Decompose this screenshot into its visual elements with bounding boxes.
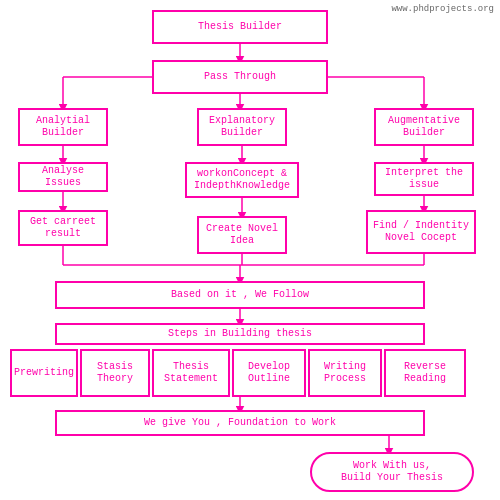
explanatory-builder-label: ExplanatoryBuilder (209, 115, 275, 139)
reverse-reading-label: ReverseReading (404, 361, 446, 385)
thesis-statement-box: ThesisStatement (152, 349, 230, 397)
interpret-issue-box: Interpret theissue (374, 162, 474, 196)
workon-concept-box: workonConcept &IndepthKnowledge (185, 162, 299, 198)
augmentative-builder-label: AugmentativeBuilder (388, 115, 460, 139)
work-with-us-label: Work With us,Build Your Thesis (341, 460, 443, 484)
writing-process-label: WritingProcess (324, 361, 366, 385)
reverse-reading-box: ReverseReading (384, 349, 466, 397)
thesis-builder-box: Thesis Builder (152, 10, 328, 44)
develop-outline-box: DevelopOutline (232, 349, 306, 397)
augmentative-builder-box: AugmentativeBuilder (374, 108, 474, 146)
pass-through-label: Pass Through (204, 71, 276, 83)
create-novel-label: Create NovelIdea (206, 223, 278, 247)
create-novel-box: Create NovelIdea (197, 216, 287, 254)
analytical-builder-label: AnalytialBuilder (36, 115, 90, 139)
stasis-theory-box: StasisTheory (80, 349, 150, 397)
find-indentity-label: Find / IndentityNovel Cocept (373, 220, 469, 244)
get-carreet-label: Get carreetresult (30, 216, 96, 240)
analytical-builder-box: AnalytialBuilder (18, 108, 108, 146)
foundation-box: We give You , Foundation to Work (55, 410, 425, 436)
steps-building-box: Steps in Building thesis (55, 323, 425, 345)
explanatory-builder-box: ExplanatoryBuilder (197, 108, 287, 146)
analyse-issues-label: Analyse Issues (22, 165, 104, 189)
interpret-issue-label: Interpret theissue (385, 167, 463, 191)
work-with-us-box: Work With us,Build Your Thesis (310, 452, 474, 492)
foundation-label: We give You , Foundation to Work (144, 417, 336, 429)
pass-through-box: Pass Through (152, 60, 328, 94)
thesis-statement-label: ThesisStatement (164, 361, 218, 385)
watermark: www.phdprojects.org (391, 4, 494, 14)
thesis-builder-label: Thesis Builder (198, 21, 282, 33)
writing-process-box: WritingProcess (308, 349, 382, 397)
steps-building-label: Steps in Building thesis (168, 328, 312, 340)
prewriting-box: Prewriting (10, 349, 78, 397)
find-indentity-box: Find / IndentityNovel Cocept (366, 210, 476, 254)
diagram-container: www.phdprojects.org (0, 0, 500, 500)
based-on-it-box: Based on it , We Follow (55, 281, 425, 309)
based-on-it-label: Based on it , We Follow (171, 289, 309, 301)
workon-concept-label: workonConcept &IndepthKnowledge (194, 168, 290, 192)
prewriting-label: Prewriting (14, 367, 74, 379)
analyse-issues-box: Analyse Issues (18, 162, 108, 192)
stasis-theory-label: StasisTheory (97, 361, 133, 385)
develop-outline-label: DevelopOutline (248, 361, 290, 385)
get-carreet-box: Get carreetresult (18, 210, 108, 246)
